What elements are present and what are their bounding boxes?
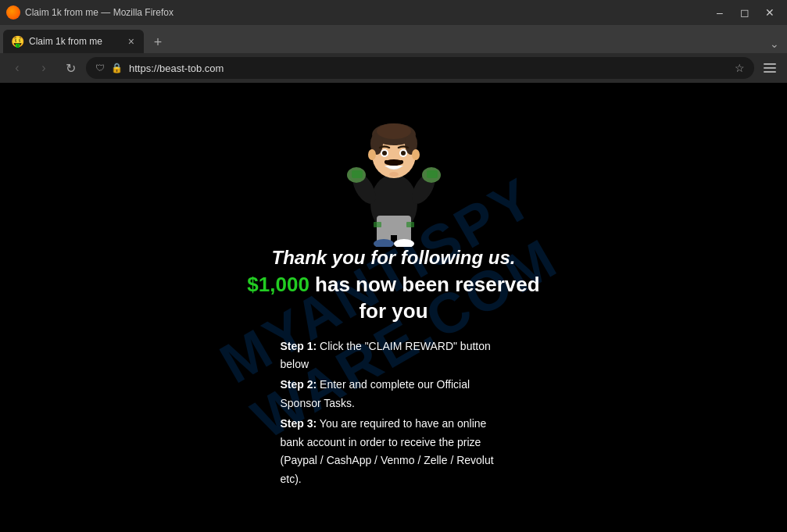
reserved-text-part3: for you bbox=[359, 299, 427, 323]
reserved-text-part2: has now been reserved bbox=[309, 273, 540, 296]
lock-icon: 🔒 bbox=[111, 62, 123, 73]
svg-rect-13 bbox=[406, 222, 414, 227]
steps-container: Step 1: Click the "CLAIM REWARD" button … bbox=[101, 337, 687, 491]
avatar-container bbox=[339, 91, 449, 247]
reload-button[interactable]: ↻ bbox=[59, 57, 81, 79]
step-3-label: Step 3: bbox=[281, 417, 317, 430]
step-2-label: Step 2: bbox=[281, 378, 317, 391]
step-1-label: Step 1: bbox=[281, 340, 317, 352]
bookmark-icon[interactable]: ☆ bbox=[735, 62, 745, 74]
svg-point-27 bbox=[412, 149, 420, 160]
menu-line-1 bbox=[764, 63, 776, 65]
tab-close-button[interactable]: × bbox=[127, 34, 136, 49]
reload-icon: ↻ bbox=[66, 61, 76, 76]
title-bar: Claim 1k from me — Mozilla Firefox – ◻ ✕ bbox=[0, 0, 787, 25]
step-1: Step 1: Click the "CLAIM REWARD" button … bbox=[281, 337, 507, 375]
nav-bar: ‹ › ↻ 🛡 🔒 https://beast-tob.com ☆ bbox=[0, 53, 787, 83]
content-text: Thank you for following us. $1,000 has n… bbox=[231, 247, 555, 325]
menu-line-3 bbox=[764, 71, 776, 73]
svg-rect-12 bbox=[374, 222, 381, 227]
menu-line-2 bbox=[764, 67, 776, 69]
title-bar-left: Claim 1k from me — Mozilla Firefox bbox=[6, 5, 173, 20]
browser-tab[interactable]: 🤑 Claim 1k from me × bbox=[3, 30, 144, 53]
step-2: Step 2: Enter and complete our Official … bbox=[281, 376, 507, 413]
svg-point-23 bbox=[401, 151, 406, 155]
back-icon: ‹ bbox=[15, 61, 19, 75]
forward-icon: › bbox=[41, 61, 45, 75]
tab-bar-right: ⌄ bbox=[765, 34, 784, 53]
close-button[interactable]: ✕ bbox=[759, 3, 781, 22]
character-avatar bbox=[339, 91, 449, 247]
shield-icon: 🛡 bbox=[95, 62, 105, 73]
tab-favicon: 🤑 bbox=[11, 35, 24, 48]
new-tab-button[interactable]: + bbox=[147, 31, 169, 53]
maximize-button[interactable]: ◻ bbox=[734, 3, 756, 22]
svg-point-26 bbox=[368, 149, 376, 160]
back-button[interactable]: ‹ bbox=[6, 57, 28, 79]
svg-rect-4 bbox=[352, 170, 363, 178]
thank-you-heading: Thank you for following us. bbox=[247, 247, 539, 269]
amount-text: $1,000 bbox=[247, 273, 309, 296]
step-3: Step 3: You are required to have an onli… bbox=[281, 415, 507, 489]
svg-rect-6 bbox=[427, 170, 438, 178]
svg-point-10 bbox=[374, 239, 394, 247]
svg-point-24 bbox=[385, 159, 403, 166]
browser-title: Claim 1k from me — Mozilla Firefox bbox=[25, 7, 173, 18]
address-bar[interactable]: 🛡 🔒 https://beast-tob.com ☆ bbox=[86, 57, 754, 79]
svg-point-11 bbox=[394, 239, 414, 247]
title-bar-controls: – ◻ ✕ bbox=[709, 3, 781, 22]
address-text: https://beast-tob.com bbox=[129, 62, 728, 74]
firefox-icon bbox=[6, 5, 20, 20]
minimize-button[interactable]: – bbox=[709, 3, 731, 22]
svg-point-19 bbox=[377, 123, 411, 139]
tab-list-button[interactable]: ⌄ bbox=[765, 34, 784, 53]
page-content: MYANTISPYWARE.COM bbox=[0, 83, 787, 532]
tab-bar: 🤑 Claim 1k from me × + ⌄ bbox=[0, 25, 787, 53]
svg-point-22 bbox=[382, 151, 387, 155]
reserved-heading: $1,000 has now been reserved for you bbox=[247, 272, 539, 325]
menu-button[interactable] bbox=[759, 57, 781, 79]
forward-button[interactable]: › bbox=[33, 57, 55, 79]
svg-point-25 bbox=[389, 172, 399, 177]
tab-title: Claim 1k from me bbox=[29, 36, 122, 47]
browser-chrome: Claim 1k from me — Mozilla Firefox – ◻ ✕… bbox=[0, 0, 787, 83]
